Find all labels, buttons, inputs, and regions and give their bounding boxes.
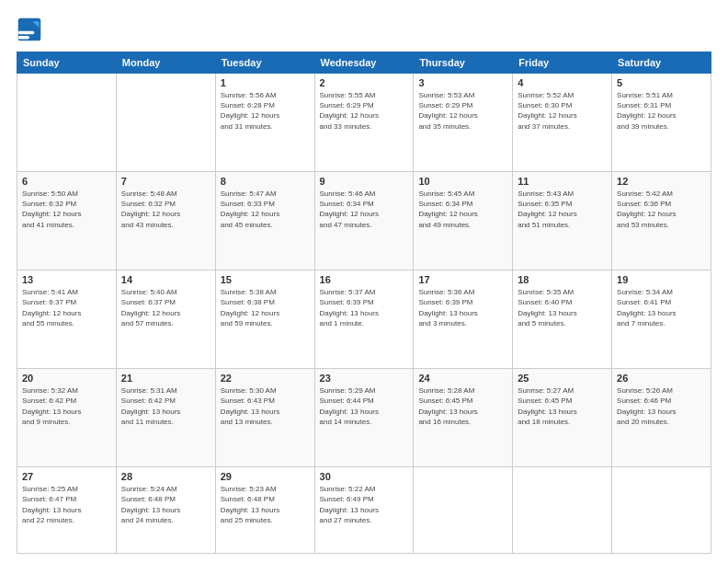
calendar-cell: 21Sunrise: 5:31 AM Sunset: 6:42 PM Dayli…: [116, 369, 215, 467]
calendar-cell: 4Sunrise: 5:52 AM Sunset: 6:30 PM Daylig…: [513, 74, 612, 172]
day-number: 6: [22, 176, 111, 187]
day-number: 4: [518, 77, 607, 88]
calendar-cell: 10Sunrise: 5:45 AM Sunset: 6:34 PM Dayli…: [414, 172, 513, 270]
logo-icon: [17, 17, 42, 42]
day-number: 11: [518, 176, 607, 187]
day-number: 10: [418, 176, 507, 187]
day-number: 21: [121, 373, 210, 384]
day-number: 28: [121, 471, 210, 482]
calendar-cell: 30Sunrise: 5:22 AM Sunset: 6:49 PM Dayli…: [314, 467, 414, 554]
day-number: 26: [617, 373, 706, 384]
calendar-cell: 2Sunrise: 5:55 AM Sunset: 6:29 PM Daylig…: [314, 74, 414, 172]
day-number: 2: [320, 77, 409, 88]
calendar-week-5: 27Sunrise: 5:25 AM Sunset: 6:47 PM Dayli…: [17, 467, 711, 554]
calendar-cell: 9Sunrise: 5:46 AM Sunset: 6:34 PM Daylig…: [314, 172, 414, 270]
day-info: Sunrise: 5:51 AM Sunset: 6:31 PM Dayligh…: [617, 90, 706, 132]
calendar-week-4: 20Sunrise: 5:32 AM Sunset: 6:42 PM Dayli…: [17, 369, 711, 467]
weekday-header-row: SundayMondayTuesdayWednesdayThursdayFrid…: [17, 52, 711, 74]
day-info: Sunrise: 5:31 AM Sunset: 6:42 PM Dayligh…: [121, 385, 210, 427]
day-info: Sunrise: 5:26 AM Sunset: 6:46 PM Dayligh…: [617, 385, 706, 427]
calendar-cell: 24Sunrise: 5:28 AM Sunset: 6:45 PM Dayli…: [414, 369, 513, 467]
calendar-cell: 8Sunrise: 5:47 AM Sunset: 6:33 PM Daylig…: [215, 172, 314, 270]
day-info: Sunrise: 5:40 AM Sunset: 6:37 PM Dayligh…: [121, 287, 210, 328]
day-info: Sunrise: 5:24 AM Sunset: 6:48 PM Dayligh…: [121, 484, 210, 525]
day-number: 22: [221, 373, 310, 384]
day-info: Sunrise: 5:50 AM Sunset: 6:32 PM Dayligh…: [22, 189, 111, 230]
calendar-cell: 5Sunrise: 5:51 AM Sunset: 6:31 PM Daylig…: [612, 74, 711, 172]
day-number: 5: [617, 77, 706, 88]
day-number: 29: [221, 471, 310, 482]
calendar-table: SundayMondayTuesdayWednesdayThursdayFrid…: [17, 52, 711, 554]
day-info: Sunrise: 5:37 AM Sunset: 6:39 PM Dayligh…: [320, 287, 409, 328]
day-number: 13: [22, 274, 111, 285]
day-info: Sunrise: 5:29 AM Sunset: 6:44 PM Dayligh…: [320, 385, 409, 427]
calendar-week-3: 13Sunrise: 5:41 AM Sunset: 6:37 PM Dayli…: [17, 270, 711, 369]
day-number: 25: [518, 373, 607, 384]
day-info: Sunrise: 5:48 AM Sunset: 6:32 PM Dayligh…: [121, 189, 210, 230]
calendar-cell: 20Sunrise: 5:32 AM Sunset: 6:42 PM Dayli…: [17, 369, 117, 467]
day-info: Sunrise: 5:43 AM Sunset: 6:35 PM Dayligh…: [518, 189, 607, 230]
day-number: 24: [418, 373, 507, 384]
day-number: 27: [22, 471, 111, 482]
weekday-header-sunday: Sunday: [17, 52, 117, 74]
calendar-cell: 26Sunrise: 5:26 AM Sunset: 6:46 PM Dayli…: [612, 369, 711, 467]
calendar-cell: 17Sunrise: 5:36 AM Sunset: 6:39 PM Dayli…: [414, 270, 513, 369]
weekday-header-saturday: Saturday: [612, 52, 711, 74]
day-number: 19: [617, 274, 706, 285]
day-info: Sunrise: 5:41 AM Sunset: 6:37 PM Dayligh…: [22, 287, 111, 328]
day-info: Sunrise: 5:32 AM Sunset: 6:42 PM Dayligh…: [22, 385, 111, 427]
calendar-cell: 18Sunrise: 5:35 AM Sunset: 6:40 PM Dayli…: [513, 270, 612, 369]
day-number: 16: [320, 274, 409, 285]
day-number: 3: [418, 77, 507, 88]
day-number: 12: [617, 176, 706, 187]
calendar-cell: 22Sunrise: 5:30 AM Sunset: 6:43 PM Dayli…: [215, 369, 314, 467]
day-info: Sunrise: 5:38 AM Sunset: 6:38 PM Dayligh…: [221, 287, 310, 328]
calendar-cell: [612, 467, 711, 554]
day-info: Sunrise: 5:55 AM Sunset: 6:29 PM Dayligh…: [320, 90, 409, 132]
day-number: 23: [320, 373, 409, 384]
day-info: Sunrise: 5:35 AM Sunset: 6:40 PM Dayligh…: [518, 287, 607, 328]
calendar-cell: 27Sunrise: 5:25 AM Sunset: 6:47 PM Dayli…: [17, 467, 117, 554]
day-info: Sunrise: 5:27 AM Sunset: 6:45 PM Dayligh…: [518, 385, 607, 427]
day-info: Sunrise: 5:46 AM Sunset: 6:34 PM Dayligh…: [320, 189, 409, 230]
day-info: Sunrise: 5:36 AM Sunset: 6:39 PM Dayligh…: [418, 287, 507, 328]
calendar-cell: 11Sunrise: 5:43 AM Sunset: 6:35 PM Dayli…: [513, 172, 612, 270]
calendar-week-2: 6Sunrise: 5:50 AM Sunset: 6:32 PM Daylig…: [17, 172, 711, 270]
page: SundayMondayTuesdayWednesdayThursdayFrid…: [0, 0, 728, 563]
calendar-cell: 15Sunrise: 5:38 AM Sunset: 6:38 PM Dayli…: [215, 270, 314, 369]
calendar-cell: 13Sunrise: 5:41 AM Sunset: 6:37 PM Dayli…: [17, 270, 117, 369]
day-info: Sunrise: 5:42 AM Sunset: 6:36 PM Dayligh…: [617, 189, 706, 230]
calendar-cell: [513, 467, 612, 554]
svg-rect-2: [18, 31, 35, 35]
day-number: 18: [518, 274, 607, 285]
day-number: 20: [22, 373, 111, 384]
day-info: Sunrise: 5:28 AM Sunset: 6:45 PM Dayligh…: [418, 385, 507, 427]
calendar-cell: 28Sunrise: 5:24 AM Sunset: 6:48 PM Dayli…: [116, 467, 215, 554]
logo: [17, 17, 46, 42]
day-number: 1: [221, 77, 310, 88]
calendar-week-1: 1Sunrise: 5:56 AM Sunset: 6:28 PM Daylig…: [17, 74, 711, 172]
calendar-cell: 6Sunrise: 5:50 AM Sunset: 6:32 PM Daylig…: [17, 172, 117, 270]
weekday-header-thursday: Thursday: [414, 52, 513, 74]
calendar-cell: 16Sunrise: 5:37 AM Sunset: 6:39 PM Dayli…: [314, 270, 414, 369]
calendar-cell: [17, 74, 117, 172]
calendar-cell: 14Sunrise: 5:40 AM Sunset: 6:37 PM Dayli…: [116, 270, 215, 369]
day-number: 15: [221, 274, 310, 285]
calendar-cell: 3Sunrise: 5:53 AM Sunset: 6:29 PM Daylig…: [414, 74, 513, 172]
day-info: Sunrise: 5:22 AM Sunset: 6:49 PM Dayligh…: [320, 484, 409, 525]
calendar-cell: 29Sunrise: 5:23 AM Sunset: 6:48 PM Dayli…: [215, 467, 314, 554]
day-number: 9: [320, 176, 409, 187]
day-info: Sunrise: 5:30 AM Sunset: 6:43 PM Dayligh…: [221, 385, 310, 427]
day-number: 30: [320, 471, 409, 482]
calendar-cell: 12Sunrise: 5:42 AM Sunset: 6:36 PM Dayli…: [612, 172, 711, 270]
svg-rect-3: [18, 36, 29, 40]
calendar-cell: [414, 467, 513, 554]
day-info: Sunrise: 5:23 AM Sunset: 6:48 PM Dayligh…: [221, 484, 310, 525]
day-info: Sunrise: 5:25 AM Sunset: 6:47 PM Dayligh…: [22, 484, 111, 525]
weekday-header-monday: Monday: [116, 52, 215, 74]
weekday-header-wednesday: Wednesday: [314, 52, 414, 74]
day-number: 8: [221, 176, 310, 187]
calendar-cell: 1Sunrise: 5:56 AM Sunset: 6:28 PM Daylig…: [215, 74, 314, 172]
calendar-cell: [116, 74, 215, 172]
day-number: 14: [121, 274, 210, 285]
